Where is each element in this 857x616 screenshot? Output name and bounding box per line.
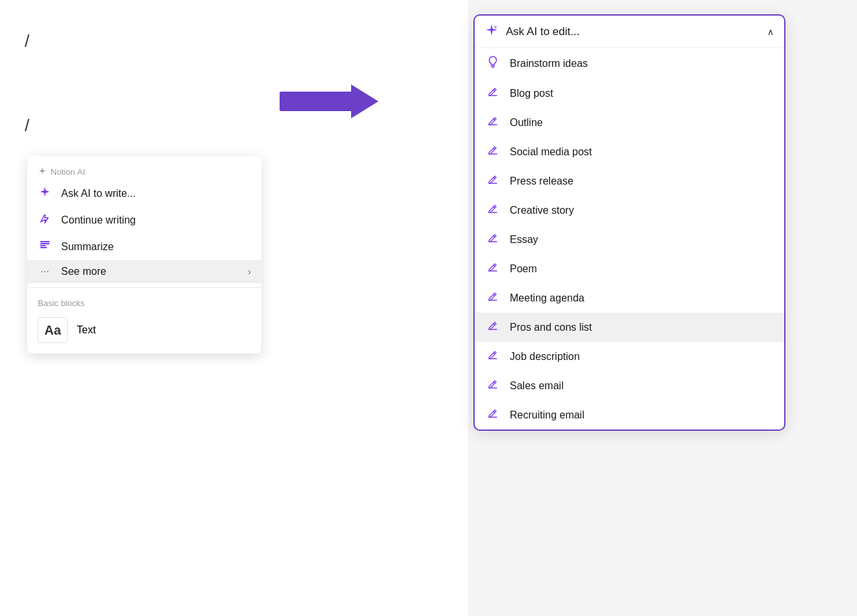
recruiting-email-label: Recruiting email xyxy=(510,409,585,421)
dots-icon: ··· xyxy=(38,266,52,277)
basic-blocks-label: Basic blocks xyxy=(27,292,261,312)
text-block-item[interactable]: Aa Text xyxy=(27,312,261,348)
outline-label: Outline xyxy=(510,117,543,129)
slash-cursor-top: / xyxy=(25,31,29,51)
left-command-menu: Notion AI Ask AI to write... Continue wr… xyxy=(27,156,261,353)
meeting-agenda-pencil-icon xyxy=(485,290,501,305)
ask-ai-write-item[interactable]: Ask AI to write... xyxy=(27,180,261,207)
right-menu-header: Ask AI to edit... ∧ xyxy=(475,16,784,48)
continue-writing-item[interactable]: Continue writing xyxy=(27,207,261,233)
blog-post-label: Blog post xyxy=(510,88,553,99)
summarize-item[interactable]: Summarize xyxy=(27,233,261,260)
notion-ai-label: Notion AI xyxy=(51,167,85,177)
poem-label: Poem xyxy=(510,263,537,275)
continue-writing-icon xyxy=(38,212,52,227)
notion-ai-section-label: Notion AI xyxy=(27,161,261,180)
summarize-icon xyxy=(38,239,52,254)
outline-item[interactable]: Outline xyxy=(475,108,784,137)
right-menu-list: Brainstorm ideas Blog post xyxy=(475,48,784,430)
meeting-agenda-item[interactable]: Meeting agenda xyxy=(475,283,784,313)
job-description-item[interactable]: Job description xyxy=(475,342,784,371)
poem-item[interactable]: Poem xyxy=(475,254,784,283)
header-sparkle-icon xyxy=(485,23,498,40)
creative-story-item[interactable]: Creative story xyxy=(475,196,784,225)
continue-writing-label: Continue writing xyxy=(61,214,136,226)
social-media-post-label: Social media post xyxy=(510,146,592,158)
menu-divider xyxy=(27,287,261,288)
sales-email-item[interactable]: Sales email xyxy=(475,371,784,400)
chevron-right-icon: › xyxy=(248,266,251,277)
meeting-agenda-label: Meeting agenda xyxy=(510,292,585,304)
text-block-icon: Aa xyxy=(38,317,68,343)
press-release-pencil-icon xyxy=(485,173,501,188)
right-menu-title: Ask AI to edit... xyxy=(506,25,579,38)
press-release-label: Press release xyxy=(510,175,574,187)
svg-line-0 xyxy=(40,220,42,222)
pros-and-cons-list-label: Pros and cons list xyxy=(510,322,592,333)
recruiting-email-pencil-icon xyxy=(485,407,501,422)
brainstorm-ideas-item[interactable]: Brainstorm ideas xyxy=(475,48,784,79)
poem-pencil-icon xyxy=(485,261,501,276)
see-more-label: See more xyxy=(61,266,106,277)
blog-post-item[interactable]: Blog post xyxy=(475,79,784,108)
blog-post-pencil-icon xyxy=(485,86,501,101)
recruiting-email-item[interactable]: Recruiting email xyxy=(475,400,784,430)
pros-cons-pencil-icon xyxy=(485,320,501,335)
chevron-up-icon[interactable]: ∧ xyxy=(767,27,774,37)
job-description-label: Job description xyxy=(510,351,580,363)
see-more-item[interactable]: ··· See more › xyxy=(27,260,261,283)
essay-label: Essay xyxy=(510,234,538,246)
sparkle-small-icon xyxy=(38,166,47,177)
creative-story-pencil-icon xyxy=(485,203,501,218)
social-media-pencil-icon xyxy=(485,144,501,159)
creative-story-label: Creative story xyxy=(510,205,574,216)
summarize-label: Summarize xyxy=(61,241,114,253)
social-media-post-item[interactable]: Social media post xyxy=(475,137,784,166)
slash-cursor-mid: / xyxy=(25,116,29,136)
bulb-icon xyxy=(485,55,501,71)
right-menu-header-left: Ask AI to edit... xyxy=(485,23,579,40)
text-block-label: Text xyxy=(77,324,96,336)
right-ai-menu: Ask AI to edit... ∧ Brainstorm ideas xyxy=(473,14,785,431)
ask-ai-write-label: Ask AI to write... xyxy=(61,188,136,199)
essay-pencil-icon xyxy=(485,232,501,247)
arrow-pointer xyxy=(280,84,384,123)
sales-email-label: Sales email xyxy=(510,380,564,392)
press-release-item[interactable]: Press release xyxy=(475,166,784,196)
ask-ai-write-icon xyxy=(38,186,52,201)
job-description-pencil-icon xyxy=(485,349,501,364)
sales-email-pencil-icon xyxy=(485,378,501,393)
essay-item[interactable]: Essay xyxy=(475,225,784,254)
brainstorm-ideas-label: Brainstorm ideas xyxy=(510,58,588,70)
pros-and-cons-list-item[interactable]: Pros and cons list xyxy=(475,313,784,342)
outline-pencil-icon xyxy=(485,115,501,130)
